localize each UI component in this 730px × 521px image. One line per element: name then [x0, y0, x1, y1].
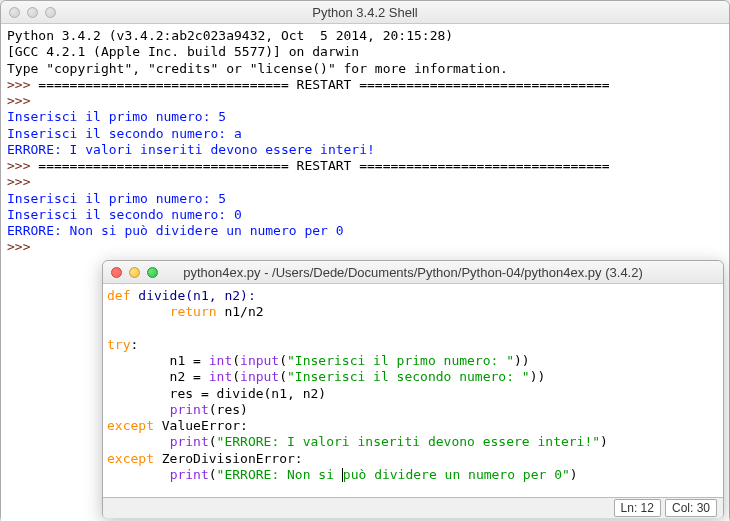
shell-prompt-space: [30, 174, 38, 189]
shell-prompt: >>>: [7, 158, 30, 173]
kw-except: except: [107, 451, 154, 466]
string-literal: "Inserisci il primo numero: ": [287, 353, 514, 368]
open-paren: (: [209, 467, 217, 482]
open-paren: (: [232, 369, 240, 384]
string-literal: "ERRORE: I valori inseriti devono essere…: [217, 434, 601, 449]
status-line: Ln: 12: [614, 499, 661, 517]
shell-help-line: Type "copyright", "credits" or "license(…: [7, 61, 508, 76]
shell-error-line: ERRORE: I valori inseriti devono essere …: [7, 142, 375, 157]
close-paren: ): [600, 434, 608, 449]
close-icon[interactable]: [9, 7, 20, 18]
builtin-int: int: [209, 353, 232, 368]
fn-signature: divide(n1, n2):: [130, 288, 255, 303]
shell-line: Inserisci il secondo numero: a: [7, 126, 242, 141]
open-paren: (: [232, 353, 240, 368]
open-paren: (: [279, 353, 287, 368]
return-expr: n1/n2: [217, 304, 264, 319]
exception-name: ZeroDivisionError:: [154, 451, 303, 466]
zoom-icon[interactable]: [45, 7, 56, 18]
res-line: res = divide(n1, n2): [107, 386, 326, 401]
shell-prompt-space: [30, 239, 38, 254]
close-paren: ): [570, 467, 578, 482]
n1-lhs: n1 =: [107, 353, 209, 368]
builtin-print: print: [170, 434, 209, 449]
editor-traffic-lights: [103, 267, 158, 278]
shell-restart-2: ================================ RESTART…: [30, 158, 609, 173]
builtin-int: int: [209, 369, 232, 384]
n2-lhs: n2 =: [107, 369, 209, 384]
shell-prompt: >>>: [7, 93, 30, 108]
shell-line: Inserisci il primo numero: 5: [7, 109, 226, 124]
shell-title: Python 3.4.2 Shell: [1, 5, 729, 20]
shell-prompt: >>>: [7, 77, 30, 92]
close-parens: )): [514, 353, 530, 368]
minimize-icon[interactable]: [129, 267, 140, 278]
status-col: Col: 30: [665, 499, 717, 517]
idle-editor-window: python4ex.py - /Users/Dede/Documents/Pyt…: [102, 260, 724, 518]
editor-titlebar[interactable]: python4ex.py - /Users/Dede/Documents/Pyt…: [103, 261, 723, 284]
kw-except: except: [107, 418, 154, 433]
shell-error-line: ERRORE: Non si può dividere un numero pe…: [7, 223, 344, 238]
shell-titlebar[interactable]: Python 3.4.2 Shell: [1, 1, 729, 24]
shell-prompt: >>>: [7, 174, 30, 189]
kw-def: def: [107, 288, 130, 303]
open-paren: (: [279, 369, 287, 384]
string-literal: "ERRORE: Non si: [217, 467, 342, 482]
kw-try: try: [107, 337, 130, 352]
string-literal: "Inserisci il secondo numero: ": [287, 369, 530, 384]
zoom-icon[interactable]: [147, 267, 158, 278]
minimize-icon[interactable]: [27, 7, 38, 18]
builtin-print: print: [170, 467, 209, 482]
open-paren: (: [209, 402, 217, 417]
builtin-input: input: [240, 369, 279, 384]
shell-line: Inserisci il primo numero: 5: [7, 191, 226, 206]
string-literal: può dividere un numero per 0": [343, 467, 570, 482]
print-arg: res): [217, 402, 248, 417]
close-icon[interactable]: [111, 267, 122, 278]
builtin-print: print: [170, 402, 209, 417]
kw-return: return: [170, 304, 217, 319]
builtin-input: input: [240, 353, 279, 368]
editor-title: python4ex.py - /Users/Dede/Documents/Pyt…: [103, 265, 723, 280]
shell-gcc-line: [GCC 4.2.1 (Apple Inc. build 5577)] on d…: [7, 44, 359, 59]
shell-prompt-space: [30, 93, 38, 108]
shell-restart-1: ================================ RESTART…: [30, 77, 609, 92]
exception-name: ValueError:: [154, 418, 248, 433]
editor-content[interactable]: def divide(n1, n2): return n1/n2 try: n1…: [103, 284, 723, 497]
open-paren: (: [209, 434, 217, 449]
editor-statusbar: Ln: 12 Col: 30: [103, 497, 723, 518]
close-parens: )): [530, 369, 546, 384]
shell-line: Inserisci il secondo numero: 0: [7, 207, 242, 222]
shell-traffic-lights: [1, 7, 56, 18]
colon: :: [130, 337, 138, 352]
shell-prompt: >>>: [7, 239, 30, 254]
shell-version-line: Python 3.4.2 (v3.4.2:ab2c023a9432, Oct 5…: [7, 28, 453, 43]
